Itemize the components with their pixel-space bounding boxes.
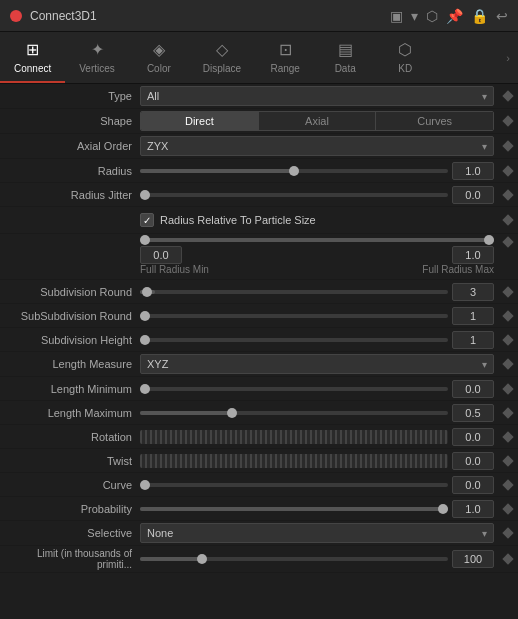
rotation-diamond[interactable]: [502, 431, 513, 442]
back-icon[interactable]: ↩: [496, 8, 508, 24]
full-radius-labels-row: Full Radius Min Full Radius Max: [0, 264, 518, 275]
dropdown-icon[interactable]: ▾: [411, 8, 418, 24]
radius-diamond[interactable]: [502, 165, 513, 176]
radius-jitter-diamond[interactable]: [502, 189, 513, 200]
pin-icon[interactable]: 📌: [446, 8, 463, 24]
length-maximum-input[interactable]: [452, 404, 494, 422]
curve-thumb[interactable]: [140, 480, 150, 490]
length-minimum-track[interactable]: [140, 387, 448, 391]
relative-size-checkbox[interactable]: ✓: [140, 213, 154, 227]
axial-order-diamond[interactable]: [502, 140, 513, 151]
limit-row: Limit (in thousands of primiti...: [0, 546, 518, 573]
tab-range[interactable]: ⊡ Range: [255, 32, 315, 83]
radius-track[interactable]: [140, 169, 448, 173]
probability-diamond[interactable]: [502, 503, 513, 514]
length-minimum-diamond[interactable]: [502, 383, 513, 394]
range-tab-icon: ⊡: [279, 40, 292, 59]
subdivision-round-input[interactable]: [452, 283, 494, 301]
full-radius-min-input[interactable]: [140, 246, 182, 264]
curve-input[interactable]: [452, 476, 494, 494]
subdivision-round-diamond[interactable]: [502, 286, 513, 297]
twist-keyframe: [498, 457, 518, 465]
shape-diamond[interactable]: [502, 115, 513, 126]
radius-thumb[interactable]: [289, 166, 299, 176]
grid-icon[interactable]: ▣: [390, 8, 403, 24]
twist-diamond[interactable]: [502, 455, 513, 466]
selective-dropdown[interactable]: None ▾: [140, 523, 494, 543]
type-diamond[interactable]: [502, 90, 513, 101]
subsubdivision-round-thumb[interactable]: [140, 311, 150, 321]
length-measure-dropdown[interactable]: XYZ ▾: [140, 354, 494, 374]
tab-vertices[interactable]: ✦ Vertices: [65, 32, 129, 83]
shape-direct[interactable]: Direct: [141, 112, 259, 130]
probability-track[interactable]: [140, 507, 448, 511]
selective-label: Selective: [0, 527, 140, 539]
length-measure-diamond[interactable]: [502, 358, 513, 369]
length-maximum-track[interactable]: [140, 411, 448, 415]
subdivision-round-thumb[interactable]: [142, 287, 152, 297]
limit-thumb[interactable]: [197, 554, 207, 564]
full-radius-min-thumb[interactable]: [140, 235, 150, 245]
subsubdivision-round-diamond[interactable]: [502, 310, 513, 321]
tab-scroll-right[interactable]: ›: [498, 32, 518, 83]
subdivision-round-track[interactable]: [140, 290, 448, 294]
length-minimum-thumb[interactable]: [140, 384, 150, 394]
probability-fill: [140, 507, 448, 511]
probability-content: [140, 500, 498, 518]
limit-input[interactable]: [452, 550, 494, 568]
rotation-label: Rotation: [0, 431, 140, 443]
radius-jitter-track[interactable]: [140, 193, 448, 197]
curve-track[interactable]: [140, 483, 448, 487]
tab-color[interactable]: ◈ Color: [129, 32, 189, 83]
probability-thumb[interactable]: [438, 504, 448, 514]
subdivision-height-input[interactable]: [452, 331, 494, 349]
subsubdivision-round-track[interactable]: [140, 314, 448, 318]
shape-curves[interactable]: Curves: [376, 112, 493, 130]
rotation-keyframe: [498, 433, 518, 441]
tab-kd[interactable]: ⬡ KD: [375, 32, 435, 83]
rotation-track[interactable]: [140, 430, 448, 444]
window-icon[interactable]: ⬡: [426, 8, 438, 24]
subdivision-height-diamond[interactable]: [502, 334, 513, 345]
subsubdivision-round-input[interactable]: [452, 307, 494, 325]
subdivision-height-track[interactable]: [140, 338, 448, 342]
lock-icon[interactable]: 🔒: [471, 8, 488, 24]
radius-jitter-input[interactable]: [452, 186, 494, 204]
limit-diamond[interactable]: [502, 553, 513, 564]
subdivision-height-thumb[interactable]: [140, 335, 150, 345]
full-radius-max-input[interactable]: [452, 246, 494, 264]
tab-data-label: Data: [335, 63, 356, 74]
axial-order-dropdown[interactable]: ZYX ▾: [140, 136, 494, 156]
length-minimum-input[interactable]: [452, 380, 494, 398]
data-tab-icon: ▤: [338, 40, 353, 59]
tab-data[interactable]: ▤ Data: [315, 32, 375, 83]
shape-label: Shape: [0, 115, 140, 127]
type-label: Type: [0, 90, 140, 102]
shape-axial[interactable]: Axial: [259, 112, 377, 130]
curve-diamond[interactable]: [502, 479, 513, 490]
limit-track[interactable]: [140, 557, 448, 561]
full-radius-track[interactable]: [140, 238, 494, 242]
close-dot[interactable]: [10, 10, 22, 22]
checkbox-diamond[interactable]: [502, 214, 513, 225]
chevron-down-icon: ▾: [482, 528, 487, 539]
twist-input[interactable]: [452, 452, 494, 470]
radius-jitter-thumb[interactable]: [140, 190, 150, 200]
curve-row: Curve: [0, 473, 518, 497]
rotation-input[interactable]: [452, 428, 494, 446]
probability-input[interactable]: [452, 500, 494, 518]
twist-track[interactable]: [140, 454, 448, 468]
radius-input[interactable]: [452, 162, 494, 180]
tab-connect[interactable]: ⊞ Connect: [0, 32, 65, 83]
tab-displace[interactable]: ◇ Displace: [189, 32, 255, 83]
full-radius-max-thumb[interactable]: [484, 235, 494, 245]
selective-diamond[interactable]: [502, 527, 513, 538]
length-maximum-thumb[interactable]: [227, 408, 237, 418]
axial-order-row: Axial Order ZYX ▾: [0, 134, 518, 159]
length-maximum-diamond[interactable]: [502, 407, 513, 418]
chevron-down-icon: ▾: [482, 359, 487, 370]
subdivision-height-slider-wrap: [140, 331, 494, 349]
limit-fill: [140, 557, 202, 561]
type-dropdown[interactable]: All ▾: [140, 86, 494, 106]
limit-content: [140, 550, 498, 568]
